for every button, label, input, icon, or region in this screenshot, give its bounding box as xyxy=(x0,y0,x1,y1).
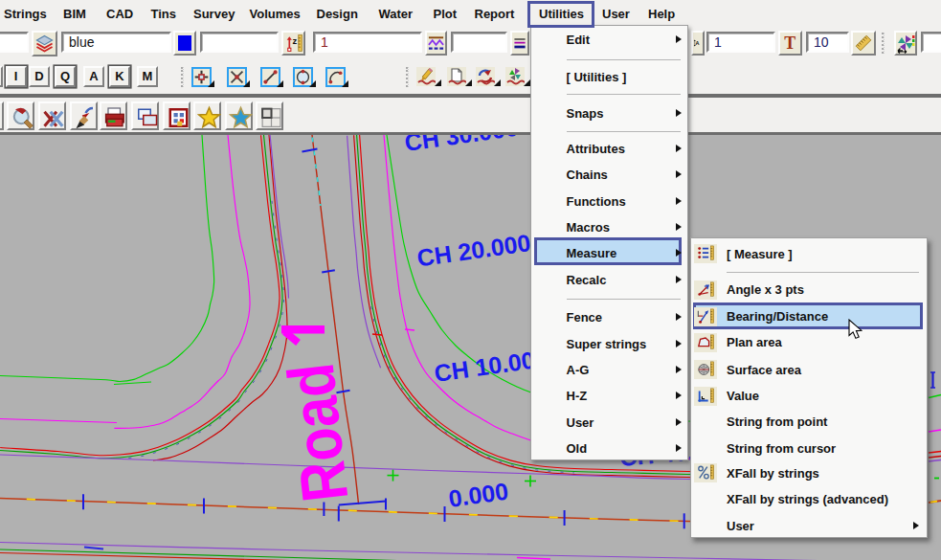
svg-text:CH 20.000: CH 20.000 xyxy=(415,229,532,271)
svg-text:Road: Road xyxy=(274,360,361,505)
svg-text:A: A xyxy=(696,40,700,46)
svg-text:z: z xyxy=(292,35,297,46)
svg-text:CH 30.000: CH 30.000 xyxy=(403,135,520,156)
svg-text:T: T xyxy=(784,34,795,53)
svg-text:0.000: 0.000 xyxy=(447,478,510,512)
